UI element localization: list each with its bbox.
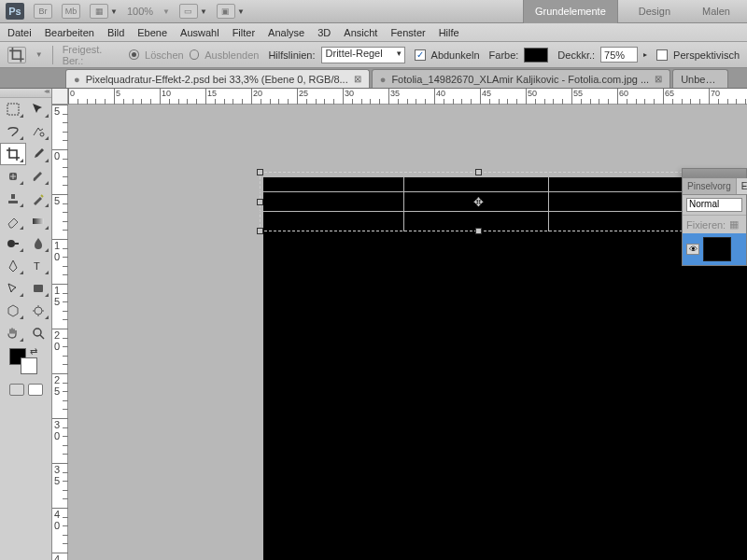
color-swatches[interactable]: ⇄: [0, 344, 51, 378]
menu-bar: Datei Bearbeiten Bild Ebene Auswahl Filt…: [0, 23, 747, 42]
canvas-area[interactable]: ✥: [68, 105, 747, 560]
doc-tab-status-icon: ●: [380, 74, 387, 85]
document-canvas[interactable]: [263, 177, 747, 560]
menu-3d[interactable]: 3D: [317, 27, 331, 38]
ruler-vertical[interactable]: 5051 01 52 02 53 03 54 04 55 0: [52, 105, 68, 560]
doc-tab-status-icon: ●: [74, 74, 80, 85]
crop-guide-v1: [403, 172, 404, 231]
crop-handle-ml[interactable]: [257, 199, 263, 205]
dodge-tool[interactable]: [0, 232, 26, 255]
crop-handle-bc[interactable]: [475, 228, 482, 234]
gradient-tool[interactable]: [26, 210, 52, 232]
view-arrange-dropdown[interactable]: ▦▼: [90, 4, 118, 19]
close-icon[interactable]: ⊠: [655, 74, 662, 84]
doc-tab-1[interactable]: ● Pixelquadratur-Effekt-2.psd bei 33,3% …: [65, 69, 370, 88]
menu-datei[interactable]: Datei: [7, 27, 32, 38]
crop-guide-h2: [260, 211, 697, 212]
quickmask-mode-icon[interactable]: [28, 384, 43, 396]
ruler-horizontal[interactable]: 0510152025303540455055606570: [68, 89, 747, 105]
menu-fenster[interactable]: Fenster: [390, 27, 425, 38]
crop-guide-v2: [548, 172, 549, 231]
workspace-design[interactable]: Design: [627, 0, 682, 23]
extras-dropdown[interactable]: ▣▼: [217, 4, 245, 19]
menu-hilfe[interactable]: Hilfe: [439, 27, 459, 38]
doc-tab-2[interactable]: ● Fotolia_14982670_XLAmir Kaljikovic - F…: [372, 69, 670, 88]
doc-tab-3[interactable]: Unbenan: [672, 69, 728, 88]
crop-tool[interactable]: [0, 143, 26, 165]
zoom-tool[interactable]: [26, 322, 52, 344]
abdunkeln-checkbox[interactable]: ✓: [415, 49, 426, 61]
tools-grip[interactable]: [0, 89, 51, 98]
panel-tab-pinsel[interactable]: Pinselvorg: [683, 178, 737, 194]
radio-loeschen[interactable]: [129, 49, 139, 60]
brush-tool[interactable]: [26, 165, 52, 188]
crop-center-icon[interactable]: ✥: [472, 196, 484, 207]
screen-mode-dropdown[interactable]: ▭▼: [179, 4, 207, 19]
quick-select-tool[interactable]: [26, 120, 52, 143]
menu-ansicht[interactable]: Ansicht: [344, 27, 377, 38]
options-bar: ▼ Freigest. Ber.: Löschen Ausblenden Hil…: [0, 42, 747, 68]
pen-tool[interactable]: [0, 255, 26, 277]
lock-transparency-icon[interactable]: ▦: [729, 218, 739, 231]
menu-analyse[interactable]: Analyse: [268, 27, 304, 38]
app-bar: Ps Br Mb ▦▼ 100%▼ ▭▼ ▣▼ Grundelemente De…: [0, 0, 747, 23]
doc-tab-1-label: Pixelquadratur-Effekt-2.psd bei 33,3% (E…: [86, 74, 348, 85]
svg-rect-0: [7, 104, 19, 115]
ruler-origin[interactable]: [52, 89, 68, 105]
fixieren-label: Fixieren:: [686, 219, 726, 231]
minibridge-button[interactable]: Mb: [62, 4, 80, 19]
panel-grip[interactable]: [683, 169, 746, 178]
svg-point-4: [7, 240, 15, 247]
crop-tool-icon[interactable]: [7, 47, 26, 63]
menu-filter[interactable]: Filter: [233, 27, 255, 38]
perspektivisch-label: Perspektivisch: [673, 49, 740, 61]
workspace-grundelemente[interactable]: Grundelemente: [523, 0, 618, 23]
hilfslinien-label: Hilfslinien:: [268, 49, 315, 61]
path-select-tool[interactable]: [0, 277, 26, 300]
hand-tool[interactable]: [0, 322, 26, 344]
layers-panel[interactable]: Pinselvorg Eb Normal Fixieren: ▦ 👁: [682, 168, 747, 266]
eraser-tool[interactable]: [0, 210, 26, 232]
3d-tool[interactable]: [0, 300, 26, 322]
hilfslinien-select[interactable]: Drittel-Regel: [321, 47, 405, 63]
deckkr-label: Deckkr.:: [557, 49, 595, 61]
history-brush-tool[interactable]: [26, 188, 52, 210]
shield-color-swatch[interactable]: [524, 48, 548, 63]
shape-tool[interactable]: [26, 277, 52, 300]
healing-tool[interactable]: [0, 165, 26, 188]
visibility-icon[interactable]: 👁: [686, 244, 699, 255]
blend-mode-select[interactable]: Normal: [686, 198, 742, 212]
workspace-malen[interactable]: Malen: [691, 0, 741, 23]
freigest-label: Freigest. Ber.:: [63, 44, 124, 66]
crop-handle-bl[interactable]: [257, 228, 263, 234]
bridge-button[interactable]: Br: [34, 4, 52, 19]
3d-camera-tool[interactable]: [26, 300, 52, 322]
move-tool[interactable]: [26, 98, 52, 120]
type-tool[interactable]: T: [26, 255, 52, 277]
marquee-tool[interactable]: [0, 98, 26, 120]
layer-row[interactable]: 👁: [683, 233, 746, 265]
layer-thumbnail[interactable]: [703, 237, 731, 261]
eyedropper-tool[interactable]: [26, 143, 52, 165]
crop-handle-tc[interactable]: [475, 169, 482, 175]
deckkr-input[interactable]: 75%: [600, 47, 638, 63]
zoom-level[interactable]: 100%: [127, 6, 153, 17]
menu-bild[interactable]: Bild: [107, 27, 124, 38]
menu-ebene[interactable]: Ebene: [137, 27, 167, 38]
crop-overlay[interactable]: ✥: [260, 172, 697, 231]
close-icon[interactable]: ⊠: [354, 74, 361, 84]
radio-ausblenden[interactable]: [190, 49, 200, 60]
doc-tab-2-label: Fotolia_14982670_XLAmir Kaljikovic - Fot…: [391, 74, 649, 85]
standard-mode-icon[interactable]: [9, 384, 24, 396]
background-color[interactable]: [21, 357, 37, 374]
menu-auswahl[interactable]: Auswahl: [180, 27, 219, 38]
blur-tool[interactable]: [26, 232, 52, 255]
perspektivisch-checkbox[interactable]: [656, 49, 668, 61]
swap-colors-icon[interactable]: ⇄: [30, 346, 37, 357]
panel-tab-ebenen[interactable]: Eb: [737, 178, 747, 194]
lasso-tool[interactable]: [0, 120, 26, 143]
menu-bearbeiten[interactable]: Bearbeiten: [45, 27, 94, 38]
doc-tab-3-label: Unbenan: [681, 74, 720, 85]
crop-handle-tl[interactable]: [257, 169, 263, 175]
stamp-tool[interactable]: [0, 188, 26, 210]
